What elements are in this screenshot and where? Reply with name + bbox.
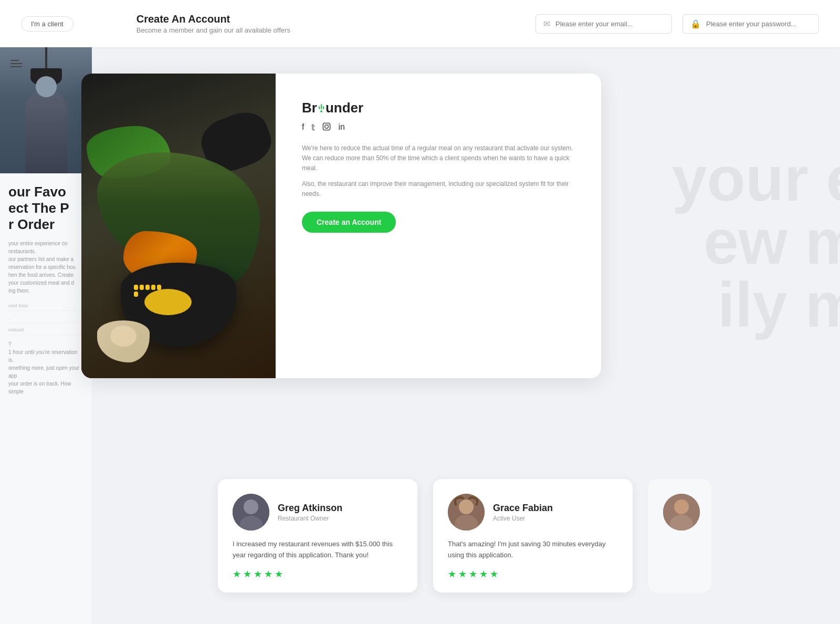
reviewer-header-grace: Grace Fabian Active User bbox=[448, 494, 618, 531]
avatar-grace bbox=[448, 494, 485, 531]
brand-section: Br under f 𝕥 in We're bbox=[302, 100, 575, 233]
facebook-icon[interactable]: f bbox=[302, 122, 304, 133]
avatar-greg bbox=[233, 494, 269, 531]
hamburger-line-medium bbox=[10, 63, 22, 64]
bg-text-right-line3: ily m bbox=[672, 273, 840, 336]
food-image bbox=[81, 74, 276, 378]
client-tab[interactable]: I'm a client bbox=[21, 16, 74, 32]
brand-name-part1: Br bbox=[302, 100, 317, 116]
stars-greg: ★ ★ ★ ★ ★ bbox=[233, 568, 403, 580]
svg-point-7 bbox=[459, 500, 474, 514]
top-bar: I'm a client Create An Account Become a … bbox=[0, 0, 840, 47]
reviewer-header-greg: Greg Atkinson Restaurant Owner bbox=[233, 494, 403, 531]
top-bar-left: I'm a client bbox=[21, 16, 74, 32]
form-row-2: . bbox=[8, 315, 83, 323]
svg-point-10 bbox=[674, 500, 689, 514]
top-bar-center: Create An Account Become a member and ga… bbox=[74, 13, 536, 34]
star-5: ★ bbox=[275, 568, 283, 580]
left-panel: our Favo ect The P r Order your entire e… bbox=[0, 47, 92, 624]
svg-point-2 bbox=[328, 124, 329, 125]
corn bbox=[134, 285, 165, 297]
main-card-content: Br under f 𝕥 in We're bbox=[276, 74, 601, 378]
top-bar-inputs: ✉ 🔒 bbox=[536, 14, 819, 34]
brand-name: Br under bbox=[302, 100, 575, 116]
star-2: ★ bbox=[458, 568, 467, 580]
avatar-greg-placeholder bbox=[233, 494, 269, 531]
star-5: ★ bbox=[490, 568, 498, 580]
reviewer-role-grace: Active User bbox=[493, 515, 553, 522]
linkedin-icon[interactable]: in bbox=[338, 122, 344, 133]
lock-icon: 🔒 bbox=[690, 19, 701, 29]
hamburger-line-short bbox=[10, 60, 19, 61]
review-text-grace: That's amazing! I'm just saving 30 minut… bbox=[448, 539, 618, 561]
create-account-button[interactable]: Create an Account bbox=[302, 212, 396, 233]
left-panel-body-text: your entire experience on restaurants. o… bbox=[8, 240, 83, 295]
svg-point-1 bbox=[325, 125, 329, 129]
hamburger-line-medium bbox=[10, 66, 22, 67]
small-bowl bbox=[97, 320, 150, 362]
social-links: f 𝕥 in bbox=[302, 122, 575, 133]
review-section: Greg Atkinson Restaurant Owner I increas… bbox=[81, 479, 840, 592]
left-heading-line3: r Order bbox=[8, 216, 83, 233]
left-panel-heading: our Favo ect The P r Order bbox=[8, 184, 83, 233]
reviewer-info-greg: Greg Atkinson Restaurant Owner bbox=[278, 503, 342, 522]
svg-point-4 bbox=[244, 500, 258, 514]
form-row-3: noticed. bbox=[8, 327, 83, 335]
review-spacer bbox=[87, 479, 113, 592]
reviewer-info-grace: Grace Fabian Active User bbox=[493, 503, 553, 522]
review-card-greg: Greg Atkinson Restaurant Owner I increas… bbox=[218, 479, 417, 592]
review-text-greg: I increased my restaurant revenues with … bbox=[233, 539, 403, 561]
star-4: ★ bbox=[264, 568, 272, 580]
svg-rect-0 bbox=[323, 123, 330, 130]
star-1: ★ bbox=[233, 568, 241, 580]
form-footer-text: ? 1 hour until you're reservation is. om… bbox=[8, 340, 83, 396]
review-card-grace: Grace Fabian Active User That's amazing!… bbox=[433, 479, 633, 592]
avatar-grace-placeholder bbox=[448, 494, 485, 531]
reviewer-role-greg: Restaurant Owner bbox=[278, 515, 342, 522]
left-heading-line2: ect The P bbox=[8, 200, 83, 216]
password-input[interactable] bbox=[706, 20, 811, 28]
left-panel-form: next hour . noticed. ? 1 hour until you'… bbox=[8, 303, 83, 396]
star-3: ★ bbox=[469, 568, 477, 580]
left-panel-text: our Favo ect The P r Order your entire e… bbox=[0, 173, 92, 406]
avatar-partial bbox=[663, 494, 700, 531]
star-1: ★ bbox=[448, 568, 456, 580]
hamburger-menu[interactable] bbox=[10, 58, 22, 69]
brand-signal-icon bbox=[319, 104, 324, 112]
background-text-right: your e ew m ily m bbox=[672, 147, 840, 336]
reviewer-name-grace: Grace Fabian bbox=[493, 503, 553, 514]
page-subtitle: Become a member and gain our all availab… bbox=[136, 26, 290, 34]
star-3: ★ bbox=[254, 568, 262, 580]
email-input[interactable] bbox=[555, 20, 664, 28]
email-input-wrapper[interactable]: ✉ bbox=[536, 14, 672, 34]
instagram-icon[interactable] bbox=[322, 122, 331, 133]
left-heading-line1: our Favo bbox=[8, 184, 83, 200]
bg-text-right-line1: your e bbox=[672, 147, 840, 210]
brand-description-2: Also, the restaurant can improve their m… bbox=[302, 179, 575, 199]
brand-name-part2: under bbox=[326, 100, 363, 116]
twitter-icon[interactable]: 𝕥 bbox=[311, 122, 315, 133]
bg-text-right-line2: ew m bbox=[672, 210, 840, 273]
password-input-wrapper[interactable]: 🔒 bbox=[682, 14, 819, 34]
brand-description-1: We're here to reduce the actual time of … bbox=[302, 143, 575, 174]
stars-grace: ★ ★ ★ ★ ★ bbox=[448, 568, 618, 580]
page-title: Create An Account bbox=[136, 13, 230, 25]
star-4: ★ bbox=[479, 568, 488, 580]
star-2: ★ bbox=[243, 568, 251, 580]
review-card-partial bbox=[648, 479, 711, 592]
reviewer-name-greg: Greg Atkinson bbox=[278, 503, 342, 514]
form-row-1: next hour bbox=[8, 303, 83, 311]
email-icon: ✉ bbox=[543, 19, 550, 29]
food-image-panel bbox=[81, 74, 276, 378]
main-card: Br under f 𝕥 in We're bbox=[81, 74, 601, 378]
